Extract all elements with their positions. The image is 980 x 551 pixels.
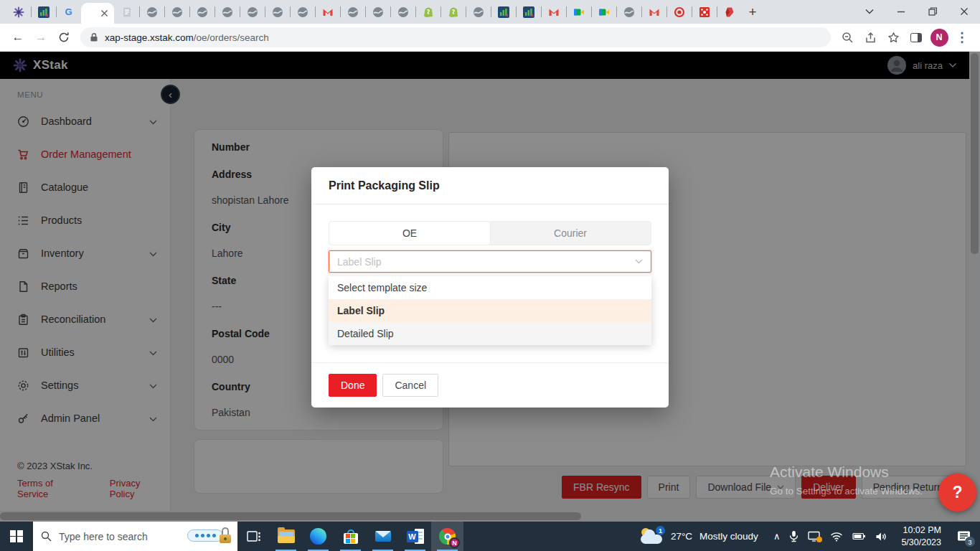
edge-icon (310, 528, 326, 545)
close-window-button[interactable] (948, 0, 980, 23)
browser-tab-xstak-flower[interactable] (6, 0, 31, 24)
taskbar-clock[interactable]: 10:02 PM 5/30/2023 (894, 522, 948, 551)
option-label-slip[interactable]: Label Slip (329, 299, 651, 322)
system-tray: ∧ (767, 522, 895, 551)
analytics-favicon-icon (498, 6, 509, 18)
cast-display-icon[interactable] (808, 531, 821, 542)
modal-tab-courier[interactable]: Courier (490, 222, 651, 245)
docs-favicon-icon (121, 6, 133, 18)
back-button[interactable]: ← (7, 27, 29, 48)
gmail-favicon-icon (548, 6, 560, 18)
browser-tab-gmail[interactable] (541, 0, 566, 24)
browser-tab-globe[interactable] (139, 0, 164, 24)
browser-tab-active[interactable] (81, 3, 114, 24)
word-taskbar-button[interactable]: W (399, 522, 431, 551)
browser-tab-globe[interactable] (365, 0, 390, 24)
tray-expand-icon[interactable]: ∧ (773, 531, 781, 542)
edge-taskbar-button[interactable] (302, 522, 334, 551)
chevron-down-icon (635, 259, 643, 264)
globe-favicon-icon (171, 6, 183, 18)
browser-tab-ribbon-red[interactable] (717, 0, 742, 24)
task-view-taskbar-button[interactable] (237, 522, 270, 551)
select-placeholder: Label Slip (337, 256, 635, 268)
browser-tab-globe[interactable] (240, 0, 265, 24)
new-tab-button[interactable]: + (742, 0, 763, 24)
side-panel-icon[interactable] (905, 27, 927, 48)
globe-favicon-icon (222, 6, 233, 18)
mail-taskbar-button[interactable] (367, 522, 399, 551)
restore-button[interactable] (917, 0, 948, 23)
gmail-favicon-icon (649, 6, 660, 18)
share-icon[interactable] (859, 27, 881, 48)
done-button[interactable]: Done (329, 374, 377, 397)
zoom-indicator-icon[interactable] (837, 27, 858, 48)
option-select-template-size[interactable]: Select template size (329, 276, 651, 299)
cancel-button[interactable]: Cancel (382, 374, 438, 397)
shopify-favicon-icon (448, 6, 459, 18)
browser-tab-meet[interactable] (566, 0, 591, 24)
browser-tab-gmail[interactable] (315, 0, 340, 24)
battery-icon[interactable] (852, 532, 866, 540)
option-detailed-slip[interactable]: Detailed Slip (329, 322, 651, 345)
minimize-button[interactable] (885, 0, 917, 23)
url-path: /oe/orders/search (194, 32, 269, 43)
google-favicon-icon: G (65, 6, 72, 17)
ribbon-red-favicon-icon (724, 6, 735, 18)
wifi-icon[interactable] (830, 532, 843, 542)
browser-tab-shopify[interactable] (440, 0, 466, 24)
browser-tab-globe[interactable] (290, 0, 315, 24)
browser-menu-icon[interactable]: ⋮ (951, 27, 973, 48)
modal-tab-oe[interactable]: OE (329, 222, 490, 245)
file-explorer-icon (278, 529, 295, 543)
globe-favicon-icon (473, 6, 484, 18)
browser-tab-globe[interactable] (340, 0, 365, 24)
reload-button[interactable] (53, 27, 75, 48)
tab-strip-tabs: G (6, 0, 742, 24)
password-lock-icon (187, 527, 231, 543)
browser-tab-gmail[interactable] (641, 0, 666, 24)
browser-tab-globe[interactable] (215, 0, 240, 24)
microphone-icon[interactable] (789, 530, 798, 542)
modal-title: Print Packaging Slip (311, 167, 669, 204)
help-widget-button[interactable]: ? (938, 474, 976, 512)
taskbar-weather[interactable]: 1 27°C Mostly cloudy (632, 522, 767, 551)
gmail-favicon-icon (322, 6, 334, 18)
browser-tab-analytics[interactable] (516, 0, 541, 24)
screen: G + ← → xap-stage.xstak.com/oe/orders/se… (0, 0, 980, 551)
tab-search-chevron-icon[interactable] (854, 0, 885, 23)
bookmark-star-icon[interactable] (882, 27, 904, 48)
browser-tab-analytics[interactable] (491, 0, 516, 24)
store-taskbar-button[interactable] (334, 522, 367, 551)
globe-favicon-icon (197, 6, 208, 18)
word-icon: W (407, 529, 424, 544)
browser-tab-globe[interactable] (189, 0, 215, 24)
browser-tab-pattern-red[interactable] (692, 0, 717, 24)
browser-tab-docs[interactable] (114, 0, 139, 24)
action-center-button[interactable]: 3 (948, 522, 980, 551)
template-size-select[interactable]: Label Slip (329, 250, 651, 273)
taskbar-search-box[interactable]: Type here to search (33, 522, 237, 551)
browser-tab-globe[interactable] (466, 0, 491, 24)
search-icon (41, 531, 52, 542)
address-bar[interactable]: xap-stage.xstak.com/oe/orders/search (80, 27, 831, 47)
pattern-red-favicon-icon (699, 6, 710, 18)
clock-date: 5/30/2023 (901, 537, 941, 548)
browser-tab-google[interactable]: G (56, 0, 81, 24)
start-button[interactable] (0, 522, 33, 551)
browser-tab-globe[interactable] (616, 0, 641, 24)
browser-tab-globe[interactable] (164, 0, 189, 24)
chrome-taskbar-button[interactable]: N (431, 522, 463, 551)
tab-close-icon[interactable] (100, 9, 108, 17)
file-explorer-taskbar-button[interactable] (270, 522, 302, 551)
forward-button[interactable]: → (30, 27, 52, 48)
browser-tab-globe[interactable] (265, 0, 290, 24)
browser-tab-shopify[interactable] (415, 0, 440, 24)
browser-tab-globe[interactable] (390, 0, 415, 24)
browser-tab-record-red[interactable] (666, 0, 692, 24)
lock-icon (90, 32, 98, 42)
browser-tab-meet[interactable] (591, 0, 616, 24)
volume-icon[interactable] (875, 532, 887, 542)
profile-avatar[interactable]: N (928, 27, 950, 48)
browser-tab-analytics[interactable] (31, 0, 56, 24)
xstak-flower-favicon-icon (13, 6, 24, 18)
